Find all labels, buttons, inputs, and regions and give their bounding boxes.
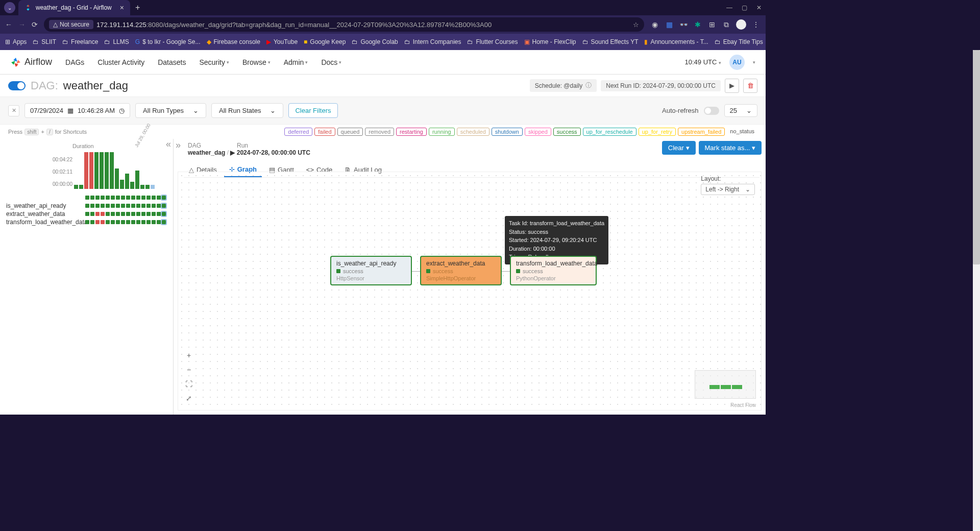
grid-bar[interactable] xyxy=(79,185,83,189)
grid-cell[interactable] xyxy=(146,212,151,216)
legend-failed[interactable]: failed xyxy=(314,128,335,136)
grid-bar[interactable] xyxy=(89,152,93,189)
grid-cell[interactable] xyxy=(101,196,105,200)
grid-cell[interactable] xyxy=(136,196,140,200)
extension-icon[interactable]: ▦ xyxy=(665,20,674,29)
nav-docs[interactable]: Docs▾ xyxy=(321,58,341,66)
nav-dags[interactable]: DAGs xyxy=(65,58,84,66)
grid-cell[interactable] xyxy=(116,220,120,224)
grid-bar[interactable] xyxy=(105,152,109,189)
legend-upstream_failed[interactable]: upstream_failed xyxy=(678,128,725,136)
grid-bar[interactable] xyxy=(151,185,155,189)
bookmark-folder[interactable]: 🗀Intern Companies xyxy=(404,38,461,45)
user-menu-chevron-icon[interactable]: ▾ xyxy=(753,60,755,65)
layout-select[interactable]: Left -> Right⌄ xyxy=(701,184,755,195)
grid-cell[interactable] xyxy=(126,212,130,216)
reload-icon[interactable]: ⟳ xyxy=(32,20,38,29)
grid-cell[interactable] xyxy=(162,220,166,224)
grid-cell[interactable] xyxy=(90,220,94,224)
star-icon[interactable]: ☆ xyxy=(633,21,639,29)
legend-deferred[interactable]: deferred xyxy=(284,128,312,136)
clear-filters-button[interactable]: Clear Filters xyxy=(288,103,337,118)
grid-cell[interactable] xyxy=(141,196,145,200)
grid-bar[interactable] xyxy=(115,168,119,189)
legend-shutdown[interactable]: shutdown xyxy=(492,128,523,136)
grid-cell[interactable] xyxy=(162,204,166,208)
graph-node[interactable]: transform_load_weather_data success Pyth… xyxy=(510,256,597,285)
maximize-icon[interactable]: ▢ xyxy=(742,4,747,11)
mark-state-button[interactable]: Mark state as... ▾ xyxy=(699,141,762,155)
profile-avatar[interactable] xyxy=(736,19,746,30)
bookmark-folder[interactable]: 🗀LLMS xyxy=(104,38,129,45)
grid-cell[interactable] xyxy=(162,196,166,200)
grid-task-name[interactable]: is_weather_api_ready xyxy=(6,202,85,209)
breadcrumb-dag[interactable]: weather_dag xyxy=(188,149,225,156)
grid-bar[interactable] xyxy=(120,180,124,189)
grid-cell[interactable] xyxy=(85,204,89,208)
delete-dag-button[interactable]: 🗑 xyxy=(743,79,757,93)
grid-task-name[interactable]: transform_load_weather_data xyxy=(6,219,85,226)
grid-cell[interactable] xyxy=(131,204,135,208)
auto-refresh-toggle[interactable] xyxy=(704,107,719,115)
grid-cell[interactable] xyxy=(95,204,100,208)
grid-cell[interactable] xyxy=(95,220,100,224)
legend-running[interactable]: running xyxy=(429,128,455,136)
bookmark-folder[interactable]: 🗀Flutter Courses xyxy=(467,38,518,45)
bookmark-folder[interactable]: 🗀Sound Effects YT xyxy=(582,38,639,45)
grid-cell[interactable] xyxy=(157,204,161,208)
legend-queued[interactable]: queued xyxy=(337,128,363,136)
grid-cell[interactable] xyxy=(116,204,120,208)
grid-cell[interactable] xyxy=(157,212,161,216)
grid-cell[interactable] xyxy=(121,212,125,216)
close-tab-icon[interactable]: × xyxy=(120,4,124,12)
browser-tab[interactable]: weather_dag - Grid - Airflow × xyxy=(18,0,130,15)
clear-button[interactable]: Clear ▾ xyxy=(662,141,696,155)
grid-cell[interactable] xyxy=(121,220,125,224)
bookmark-folder[interactable]: 🗀Ebay Title Tips xyxy=(715,38,763,45)
grid-cell[interactable] xyxy=(106,204,110,208)
legend-scheduled[interactable]: scheduled xyxy=(457,128,489,136)
legend-success[interactable]: success xyxy=(553,128,581,136)
grid-cell[interactable] xyxy=(85,196,89,200)
grid-cell[interactable] xyxy=(95,212,100,216)
legend-no-status[interactable]: no_status xyxy=(727,128,757,136)
bookmark-item[interactable]: ■Google Keep xyxy=(304,38,346,45)
grid-cell[interactable] xyxy=(111,196,115,200)
grid-cell[interactable] xyxy=(116,212,120,216)
grid-cell[interactable] xyxy=(126,220,130,224)
header-time[interactable]: 10:49 UTC ▾ xyxy=(685,58,722,66)
extensions-menu-icon[interactable]: ⧉ xyxy=(722,20,731,29)
not-secure-chip[interactable]: △ Not secure xyxy=(49,20,93,29)
nav-admin[interactable]: Admin▾ xyxy=(284,58,308,66)
grid-cell[interactable] xyxy=(121,196,125,200)
grid-cell[interactable] xyxy=(146,220,151,224)
grid-cell[interactable] xyxy=(152,212,156,216)
zoom-out-icon[interactable]: − xyxy=(183,364,194,375)
grid-cell[interactable] xyxy=(111,204,115,208)
graph-node[interactable]: extract_weather_data success SimpleHttpO… xyxy=(420,256,502,285)
grid-cell[interactable] xyxy=(101,212,105,216)
grid-cell[interactable] xyxy=(85,212,89,216)
url-field[interactable]: △ Not secure 172.191.114.225:8080/dags/w… xyxy=(44,17,644,32)
bookmark-item[interactable]: ▶YouTube xyxy=(266,38,298,45)
limit-dropdown[interactable]: 25⌄ xyxy=(724,104,757,117)
grid-cell[interactable] xyxy=(111,220,115,224)
grid-cell[interactable] xyxy=(85,220,89,224)
bookmark-folder[interactable]: 🗀Google Colab xyxy=(352,38,398,45)
grid-cell[interactable] xyxy=(106,212,110,216)
grid-task-name[interactable]: extract_weather_data xyxy=(6,210,85,218)
airflow-logo[interactable]: Airflow xyxy=(10,57,52,68)
grid-cell[interactable] xyxy=(101,204,105,208)
grid-cell[interactable] xyxy=(90,196,94,200)
user-avatar[interactable]: AU xyxy=(729,55,745,70)
new-tab-icon[interactable]: + xyxy=(135,3,140,12)
legend-up_for_reschedule[interactable]: up_for_reschedule xyxy=(583,128,636,136)
nav-cluster-activity[interactable]: Cluster Activity xyxy=(97,58,144,66)
trigger-dag-button[interactable]: ▶ xyxy=(725,79,739,93)
grid-cell[interactable] xyxy=(141,204,145,208)
bookmark-item[interactable]: ▮Announcements - T... xyxy=(644,38,708,45)
legend-skipped[interactable]: skipped xyxy=(525,128,551,136)
grid-cell[interactable] xyxy=(126,196,130,200)
grid-cell[interactable] xyxy=(152,204,156,208)
nav-security[interactable]: Security▾ xyxy=(199,58,229,66)
